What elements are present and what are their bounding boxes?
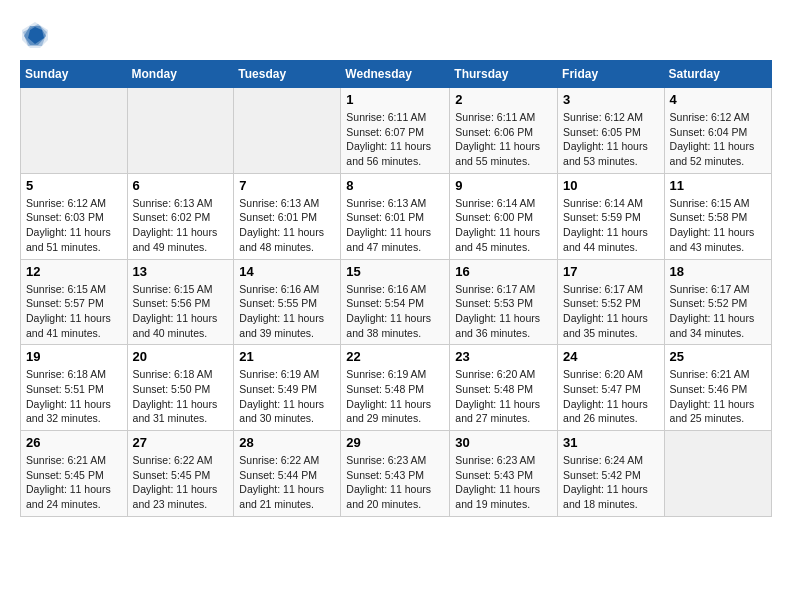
day-number: 26 xyxy=(26,435,122,450)
day-info: Sunrise: 6:22 AM Sunset: 5:44 PM Dayligh… xyxy=(239,453,335,512)
day-info: Sunrise: 6:15 AM Sunset: 5:57 PM Dayligh… xyxy=(26,282,122,341)
calendar-cell: 16Sunrise: 6:17 AM Sunset: 5:53 PM Dayli… xyxy=(450,259,558,345)
day-info: Sunrise: 6:16 AM Sunset: 5:54 PM Dayligh… xyxy=(346,282,444,341)
calendar-cell: 9Sunrise: 6:14 AM Sunset: 6:00 PM Daylig… xyxy=(450,173,558,259)
day-number: 22 xyxy=(346,349,444,364)
calendar-cell: 25Sunrise: 6:21 AM Sunset: 5:46 PM Dayli… xyxy=(664,345,771,431)
calendar-cell: 22Sunrise: 6:19 AM Sunset: 5:48 PM Dayli… xyxy=(341,345,450,431)
calendar-cell: 19Sunrise: 6:18 AM Sunset: 5:51 PM Dayli… xyxy=(21,345,128,431)
day-info: Sunrise: 6:11 AM Sunset: 6:07 PM Dayligh… xyxy=(346,110,444,169)
day-info: Sunrise: 6:11 AM Sunset: 6:06 PM Dayligh… xyxy=(455,110,552,169)
calendar-cell: 20Sunrise: 6:18 AM Sunset: 5:50 PM Dayli… xyxy=(127,345,234,431)
calendar-week-row: 26Sunrise: 6:21 AM Sunset: 5:45 PM Dayli… xyxy=(21,431,772,517)
calendar-week-row: 1Sunrise: 6:11 AM Sunset: 6:07 PM Daylig… xyxy=(21,88,772,174)
calendar-cell: 3Sunrise: 6:12 AM Sunset: 6:05 PM Daylig… xyxy=(558,88,665,174)
day-info: Sunrise: 6:18 AM Sunset: 5:51 PM Dayligh… xyxy=(26,367,122,426)
day-info: Sunrise: 6:19 AM Sunset: 5:49 PM Dayligh… xyxy=(239,367,335,426)
weekday-header: Wednesday xyxy=(341,61,450,88)
calendar-table: SundayMondayTuesdayWednesdayThursdayFrid… xyxy=(20,60,772,517)
weekday-header: Saturday xyxy=(664,61,771,88)
day-number: 16 xyxy=(455,264,552,279)
day-number: 7 xyxy=(239,178,335,193)
calendar-cell: 24Sunrise: 6:20 AM Sunset: 5:47 PM Dayli… xyxy=(558,345,665,431)
day-number: 3 xyxy=(563,92,659,107)
day-info: Sunrise: 6:19 AM Sunset: 5:48 PM Dayligh… xyxy=(346,367,444,426)
calendar-cell: 14Sunrise: 6:16 AM Sunset: 5:55 PM Dayli… xyxy=(234,259,341,345)
calendar-cell: 29Sunrise: 6:23 AM Sunset: 5:43 PM Dayli… xyxy=(341,431,450,517)
calendar-header-row: SundayMondayTuesdayWednesdayThursdayFrid… xyxy=(21,61,772,88)
calendar-cell: 21Sunrise: 6:19 AM Sunset: 5:49 PM Dayli… xyxy=(234,345,341,431)
day-number: 29 xyxy=(346,435,444,450)
weekday-header: Monday xyxy=(127,61,234,88)
day-info: Sunrise: 6:17 AM Sunset: 5:52 PM Dayligh… xyxy=(563,282,659,341)
day-number: 27 xyxy=(133,435,229,450)
day-number: 23 xyxy=(455,349,552,364)
day-info: Sunrise: 6:20 AM Sunset: 5:48 PM Dayligh… xyxy=(455,367,552,426)
day-info: Sunrise: 6:17 AM Sunset: 5:52 PM Dayligh… xyxy=(670,282,766,341)
day-number: 31 xyxy=(563,435,659,450)
calendar-cell: 28Sunrise: 6:22 AM Sunset: 5:44 PM Dayli… xyxy=(234,431,341,517)
day-number: 21 xyxy=(239,349,335,364)
day-number: 19 xyxy=(26,349,122,364)
calendar-cell: 4Sunrise: 6:12 AM Sunset: 6:04 PM Daylig… xyxy=(664,88,771,174)
calendar-week-row: 12Sunrise: 6:15 AM Sunset: 5:57 PM Dayli… xyxy=(21,259,772,345)
calendar-cell: 27Sunrise: 6:22 AM Sunset: 5:45 PM Dayli… xyxy=(127,431,234,517)
day-number: 17 xyxy=(563,264,659,279)
day-info: Sunrise: 6:23 AM Sunset: 5:43 PM Dayligh… xyxy=(346,453,444,512)
day-info: Sunrise: 6:18 AM Sunset: 5:50 PM Dayligh… xyxy=(133,367,229,426)
day-info: Sunrise: 6:14 AM Sunset: 5:59 PM Dayligh… xyxy=(563,196,659,255)
day-number: 10 xyxy=(563,178,659,193)
day-info: Sunrise: 6:21 AM Sunset: 5:46 PM Dayligh… xyxy=(670,367,766,426)
logo-icon xyxy=(20,20,50,50)
calendar-cell: 2Sunrise: 6:11 AM Sunset: 6:06 PM Daylig… xyxy=(450,88,558,174)
calendar-cell: 11Sunrise: 6:15 AM Sunset: 5:58 PM Dayli… xyxy=(664,173,771,259)
day-info: Sunrise: 6:22 AM Sunset: 5:45 PM Dayligh… xyxy=(133,453,229,512)
calendar-cell xyxy=(21,88,128,174)
day-number: 30 xyxy=(455,435,552,450)
calendar-cell: 30Sunrise: 6:23 AM Sunset: 5:43 PM Dayli… xyxy=(450,431,558,517)
day-number: 8 xyxy=(346,178,444,193)
calendar-cell: 5Sunrise: 6:12 AM Sunset: 6:03 PM Daylig… xyxy=(21,173,128,259)
day-info: Sunrise: 6:12 AM Sunset: 6:05 PM Dayligh… xyxy=(563,110,659,169)
calendar-cell: 23Sunrise: 6:20 AM Sunset: 5:48 PM Dayli… xyxy=(450,345,558,431)
weekday-header: Thursday xyxy=(450,61,558,88)
day-number: 13 xyxy=(133,264,229,279)
calendar-cell: 15Sunrise: 6:16 AM Sunset: 5:54 PM Dayli… xyxy=(341,259,450,345)
day-number: 20 xyxy=(133,349,229,364)
day-info: Sunrise: 6:16 AM Sunset: 5:55 PM Dayligh… xyxy=(239,282,335,341)
day-info: Sunrise: 6:17 AM Sunset: 5:53 PM Dayligh… xyxy=(455,282,552,341)
calendar-cell: 31Sunrise: 6:24 AM Sunset: 5:42 PM Dayli… xyxy=(558,431,665,517)
day-number: 28 xyxy=(239,435,335,450)
day-number: 25 xyxy=(670,349,766,364)
day-info: Sunrise: 6:13 AM Sunset: 6:01 PM Dayligh… xyxy=(239,196,335,255)
calendar-cell xyxy=(234,88,341,174)
day-number: 24 xyxy=(563,349,659,364)
page-header xyxy=(20,20,772,50)
day-number: 12 xyxy=(26,264,122,279)
day-info: Sunrise: 6:15 AM Sunset: 5:58 PM Dayligh… xyxy=(670,196,766,255)
day-number: 2 xyxy=(455,92,552,107)
day-number: 18 xyxy=(670,264,766,279)
calendar-cell: 1Sunrise: 6:11 AM Sunset: 6:07 PM Daylig… xyxy=(341,88,450,174)
day-number: 6 xyxy=(133,178,229,193)
day-number: 5 xyxy=(26,178,122,193)
calendar-cell: 7Sunrise: 6:13 AM Sunset: 6:01 PM Daylig… xyxy=(234,173,341,259)
day-info: Sunrise: 6:20 AM Sunset: 5:47 PM Dayligh… xyxy=(563,367,659,426)
day-info: Sunrise: 6:21 AM Sunset: 5:45 PM Dayligh… xyxy=(26,453,122,512)
day-number: 14 xyxy=(239,264,335,279)
calendar-week-row: 19Sunrise: 6:18 AM Sunset: 5:51 PM Dayli… xyxy=(21,345,772,431)
day-number: 15 xyxy=(346,264,444,279)
day-info: Sunrise: 6:12 AM Sunset: 6:04 PM Dayligh… xyxy=(670,110,766,169)
calendar-cell xyxy=(664,431,771,517)
day-info: Sunrise: 6:14 AM Sunset: 6:00 PM Dayligh… xyxy=(455,196,552,255)
day-info: Sunrise: 6:13 AM Sunset: 6:02 PM Dayligh… xyxy=(133,196,229,255)
calendar-cell: 13Sunrise: 6:15 AM Sunset: 5:56 PM Dayli… xyxy=(127,259,234,345)
day-info: Sunrise: 6:23 AM Sunset: 5:43 PM Dayligh… xyxy=(455,453,552,512)
day-number: 4 xyxy=(670,92,766,107)
calendar-cell: 10Sunrise: 6:14 AM Sunset: 5:59 PM Dayli… xyxy=(558,173,665,259)
weekday-header: Tuesday xyxy=(234,61,341,88)
calendar-cell: 8Sunrise: 6:13 AM Sunset: 6:01 PM Daylig… xyxy=(341,173,450,259)
day-info: Sunrise: 6:13 AM Sunset: 6:01 PM Dayligh… xyxy=(346,196,444,255)
day-number: 1 xyxy=(346,92,444,107)
calendar-week-row: 5Sunrise: 6:12 AM Sunset: 6:03 PM Daylig… xyxy=(21,173,772,259)
